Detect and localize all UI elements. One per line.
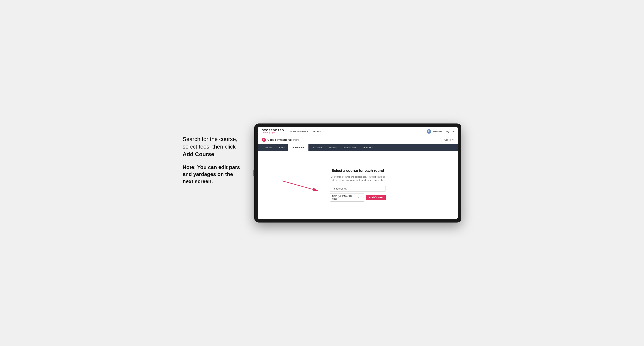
tab-course-setup[interactable]: Course Setup <box>288 144 308 151</box>
tee-controls: ✕ ▲ ▼ <box>357 195 362 199</box>
tournament-tag: (Men) <box>293 139 299 141</box>
sign-out-link[interactable]: Sign out <box>446 130 454 133</box>
main-content-area: Select a course for each round Search fo… <box>258 151 458 219</box>
tee-select-row: Gold (M) (M) (7010 yds) ✕ ▲ ▼ Add Course <box>330 193 386 202</box>
cancel-icon: ✕ <box>452 139 454 141</box>
logo-title: SCOREBOARD <box>262 129 284 132</box>
instruction-text: Search for the course, select tees, then… <box>182 135 242 158</box>
nav-divider: | <box>444 130 444 133</box>
tournament-name: Clippd Invitational <box>268 138 292 141</box>
note-text: Note: You can edit pars and yardages on … <box>182 164 242 185</box>
tablet-side-button <box>254 170 254 176</box>
cancel-label: Cancel <box>444 139 451 141</box>
nav-teams[interactable]: TEAMS <box>313 130 320 133</box>
tournament-icon: C <box>262 138 266 142</box>
tee-select-wrapper[interactable]: Gold (M) (M) (7010 yds) ✕ ▲ ▼ <box>330 193 364 202</box>
tab-leaderboards[interactable]: Leaderboards <box>340 144 360 151</box>
nav-right: R Test User | Sign out <box>427 129 454 134</box>
tab-printables[interactable]: Printables <box>360 144 376 151</box>
tee-arrows-icon: ▲ ▼ <box>360 195 362 199</box>
nav-links: TOURNAMENTS TEAMS <box>290 130 321 133</box>
add-course-button[interactable]: Add Course <box>366 195 386 200</box>
tab-teams[interactable]: Teams <box>275 144 288 151</box>
logo-subtitle: Powered by clippd <box>262 132 284 134</box>
tab-results[interactable]: Results <box>326 144 340 151</box>
tablet-screen: SCOREBOARD Powered by clippd TOURNAMENTS… <box>258 127 458 219</box>
tee-select-value: Gold (M) (M) (7010 yds) <box>332 195 357 200</box>
top-navbar: SCOREBOARD Powered by clippd TOURNAMENTS… <box>258 127 458 136</box>
tee-clear-icon[interactable]: ✕ <box>357 196 359 199</box>
svg-line-1 <box>282 181 318 191</box>
instruction-bold: Add Course <box>182 151 214 157</box>
tournament-header: C Clippd Invitational (Men) Cancel ✕ <box>258 136 458 144</box>
user-avatar: R <box>427 129 431 134</box>
logo-area: SCOREBOARD Powered by clippd <box>262 129 284 134</box>
user-name: Test User <box>433 130 442 133</box>
tab-navigation: Details Teams Course Setup Tee Groups Re… <box>258 144 458 151</box>
section-description: Search for a course and select a tee. Yo… <box>330 175 386 182</box>
instructions-panel: Search for the course, select tees, then… <box>182 124 242 191</box>
course-search-input[interactable] <box>330 186 386 192</box>
cancel-button[interactable]: Cancel ✕ <box>444 139 454 141</box>
tab-tee-groups[interactable]: Tee Groups <box>308 144 326 151</box>
nav-tournaments[interactable]: TOURNAMENTS <box>290 130 308 133</box>
section-title: Select a course for each round <box>332 169 384 173</box>
tournament-title-area: C Clippd Invitational (Men) <box>262 138 299 142</box>
tablet-device: SCOREBOARD Powered by clippd TOURNAMENTS… <box>254 124 462 222</box>
tab-details[interactable]: Details <box>262 144 275 151</box>
